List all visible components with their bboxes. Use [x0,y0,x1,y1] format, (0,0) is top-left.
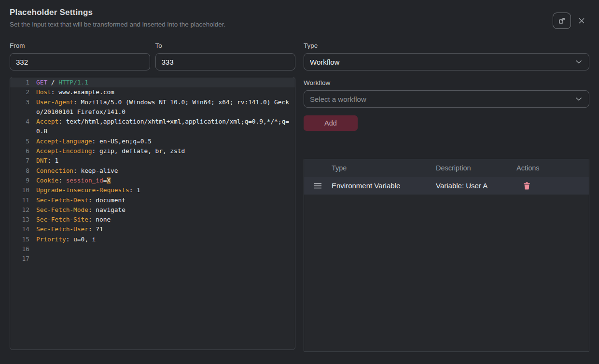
line-number: 4 [10,117,29,126]
code-line: 8 Connection: keep-alive [10,166,295,176]
table-header-type: Type [332,164,436,172]
code-text: Sec-Fetch-Site: none [29,215,111,224]
close-icon [577,16,586,25]
code-text: User-Agent: Mozilla/5.0 (Windows NT 10.0… [29,98,289,107]
table-header-row: Type Description Actions [304,159,589,177]
code-text: Priority: u=0, i [29,235,96,244]
add-button[interactable]: Add [304,115,358,131]
code-text: Cookie: session_id=X [29,176,111,185]
line-number: 3 [10,98,29,107]
line-number: 1 [10,78,29,87]
chevron-down-icon [575,60,582,64]
table-body: Environment Variable Variable: User A [304,177,589,195]
code-line: 14 Sec-Fetch-User: ?1 [10,224,295,234]
dialog-header: Placeholder Settings Set the input text … [10,8,589,28]
dialog-content: From To 1 GET / HTTP/1.1 2 Host: www.exa… [10,42,589,352]
code-text: Sec-Fetch-Mode: navigate [29,205,125,215]
code-line: 4 Accept: text/html,application/xhtml+xm… [10,117,295,126]
code-line: 15 Priority: u=0, i [10,235,295,244]
workflow-label: Workflow [304,79,589,86]
code-line: 1 GET / HTTP/1.1 [10,78,295,87]
code-line: 2 Host: www.example.com [10,87,295,97]
line-number [10,126,29,136]
expand-icon [558,17,566,25]
code-line: 17 [10,254,295,264]
code-text: Accept-Language: en-US,en;q=0.5 [29,137,152,146]
code-text: Upgrade-Insecure-Requests: 1 [29,185,140,195]
line-number [10,107,29,117]
expand-button[interactable] [553,13,571,29]
code-text: Sec-Fetch-Dest: document [29,196,125,205]
chevron-down-icon [575,97,582,101]
from-field-group: From [10,42,150,70]
table-row: Environment Variable Variable: User A [304,177,589,195]
to-input[interactable] [155,53,296,70]
line-number: 6 [10,146,29,156]
type-label: Type [304,42,589,49]
code-line: 9 Cookie: session_id=X [10,176,295,185]
line-number: 11 [10,196,29,205]
code-editor[interactable]: 1 GET / HTTP/1.1 2 Host: www.example.com… [10,77,295,350]
workflow-select[interactable]: Select a workflow [304,90,589,108]
table-cell-type: Environment Variable [332,182,436,190]
code-line: 6 Accept-Encoding: gzip, deflate, br, zs… [10,146,295,156]
code-line: 12 Sec-Fetch-Mode: navigate [10,205,295,215]
page-title: Placeholder Settings [10,8,589,17]
line-number: 5 [10,137,29,146]
code-text: Accept: text/html,application/xhtml+xml,… [29,117,289,126]
table-header-description: Description [436,164,516,172]
line-number: 12 [10,205,29,215]
code-line: 16 [10,244,295,254]
line-number: 14 [10,224,29,234]
code-line: 7 DNT: 1 [10,156,295,166]
code-text [29,254,36,264]
trash-icon [523,182,530,190]
line-number: 8 [10,166,29,176]
line-number: 17 [10,254,29,264]
code-text: GET / HTTP/1.1 [29,78,88,87]
type-select-value: Workflow [310,58,339,66]
workflow-select-placeholder: Select a workflow [310,95,366,103]
header-actions [553,13,586,29]
table-header-actions: Actions [516,164,589,172]
code-line: 11 Sec-Fetch-Dest: document [10,196,295,205]
code-text: o/20100101 Firefox/141.0 [29,107,125,117]
line-number: 9 [10,176,29,185]
code-line: o/20100101 Firefox/141.0 [10,107,295,117]
close-button[interactable] [577,16,586,25]
drag-handle-icon[interactable] [304,183,332,189]
to-field-group: To [155,42,296,70]
table-cell-description: Variable: User A [436,182,516,190]
left-column: From To 1 GET / HTTP/1.1 2 Host: www.exa… [10,42,295,352]
line-number: 2 [10,87,29,97]
page-subtitle: Set the input text that will be transfor… [10,21,589,28]
code-text: 0.8 [29,126,47,136]
to-label: To [155,42,296,49]
code-line: 5 Accept-Language: en-US,en;q=0.5 [10,137,295,146]
code-line: 0.8 [10,126,295,136]
code-text: Accept-Encoding: gzip, deflate, br, zstd [29,146,185,156]
line-number: 15 [10,235,29,244]
code-line: 13 Sec-Fetch-Site: none [10,215,295,224]
line-number: 10 [10,185,29,195]
type-select[interactable]: Workflow [304,53,589,70]
line-number: 7 [10,156,29,166]
code-text: Sec-Fetch-User: ?1 [29,224,103,234]
delete-row-button[interactable] [523,182,530,190]
line-number: 16 [10,244,29,254]
line-number: 13 [10,215,29,224]
code-text: DNT: 1 [29,156,58,166]
from-input[interactable] [10,53,150,70]
code-line: 10 Upgrade-Insecure-Requests: 1 [10,185,295,195]
code-text: Host: www.example.com [29,87,114,97]
code-text [29,244,36,254]
placeholders-table: Type Description Actions Envir [304,159,589,352]
placeholder-settings-dialog: Placeholder Settings Set the input text … [0,0,599,364]
from-label: From [10,42,150,49]
right-column: Type Workflow Workflow Select a workflow [304,42,589,352]
code-line: 3 User-Agent: Mozilla/5.0 (Windows NT 10… [10,98,295,107]
range-fields: From To [10,42,295,70]
code-text: Connection: keep-alive [29,166,118,176]
